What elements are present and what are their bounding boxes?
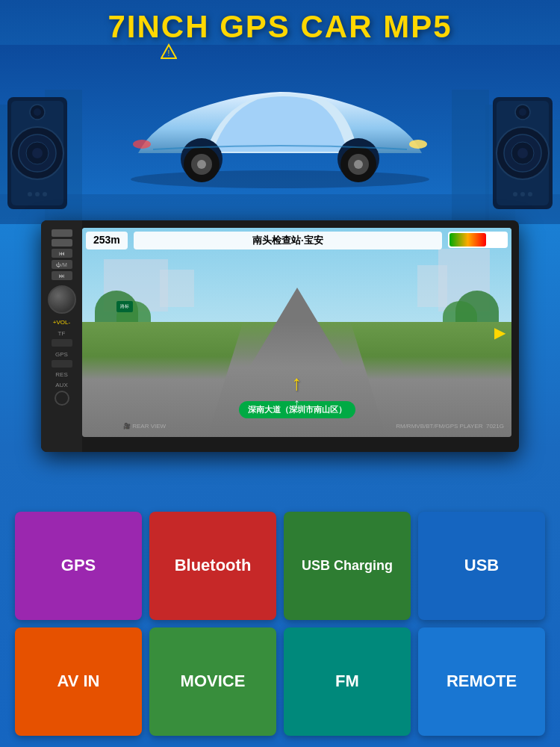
- svg-point-10: [131, 170, 429, 188]
- svg-point-26: [32, 148, 43, 158]
- svg-point-30: [28, 192, 32, 196]
- features-section: GPS Bluetooth USB Charging USB AV IN MOV…: [0, 500, 560, 747]
- feature-tile-usb[interactable]: USB: [418, 512, 545, 620]
- nav-top-bar: 253m 南头检查站·宝安: [86, 232, 508, 249]
- feature-tile-bluetooth[interactable]: Bluetooth: [149, 512, 276, 620]
- feature-tile-fm[interactable]: FM: [284, 627, 411, 736]
- nav-arrow-2: ↑: [293, 396, 300, 412]
- res-label: RES: [55, 371, 67, 378]
- svg-point-31: [43, 192, 47, 196]
- specs-text: RM/RMVB/BT/FM/GPS PLAYER 7021G: [396, 423, 504, 430]
- device-screen: ↑ ↑ 路标 253m 南头检查站·宝安 深南大道（深圳市南山区）: [82, 228, 511, 437]
- nav-road-name: 南头检查站·宝安: [134, 232, 442, 249]
- tf-slot: [52, 339, 72, 347]
- feature-tile-gps[interactable]: GPS: [15, 512, 142, 620]
- feature-tile-movice[interactable]: MOVICE: [149, 627, 276, 736]
- nav-bottom-info: 🎥 REAR VIEW RM/RMVB/BT/FM/GPS PLAYER 702…: [123, 423, 504, 430]
- power-mode-button[interactable]: ⏻/M: [52, 260, 72, 269]
- aux-label: AUX: [55, 382, 67, 388]
- svg-rect-7: [0, 194, 560, 224]
- road-sign-left: 路标: [116, 301, 133, 312]
- svg-point-20: [133, 140, 151, 149]
- speaker-right: [489, 97, 556, 209]
- gps-ctrl-label: GPS: [55, 351, 68, 358]
- nav-right-arrow-button[interactable]: ▶: [494, 323, 505, 341]
- page-title: 7INCH GPS CAR MP5: [0, 9, 560, 45]
- car-stereo-device: ⏮ ⏻/M ⏭ +VOL- TF GPS RES AUX: [41, 220, 519, 452]
- features-grid: GPS Bluetooth USB Charging USB AV IN MOV…: [15, 512, 545, 736]
- svg-point-37: [517, 148, 528, 158]
- svg-point-41: [513, 192, 517, 196]
- svg-point-29: [35, 192, 40, 196]
- speaker-left: [4, 97, 71, 209]
- svg-point-15: [197, 160, 206, 169]
- vol-label: +VOL-: [53, 319, 70, 326]
- control-button-2[interactable]: [52, 239, 72, 247]
- svg-point-19: [409, 140, 427, 149]
- next-button[interactable]: ⏭: [52, 271, 72, 280]
- gps-navigation-display: ↑ ↑ 路标 253m 南头检查站·宝安 深南大道（深圳市南山区）: [82, 228, 511, 437]
- nav-distance: 253m: [86, 232, 128, 249]
- car-image: [93, 49, 467, 198]
- rear-view-text: 🎥 REAR VIEW: [123, 423, 166, 430]
- feature-tile-remote[interactable]: REMOTE: [418, 627, 545, 736]
- nav-arrow: ↑: [292, 371, 302, 395]
- page-wrapper: 7INCH GPS CAR MP5 !: [0, 0, 560, 747]
- control-button-1[interactable]: [52, 229, 72, 237]
- svg-point-18: [354, 160, 363, 169]
- warning-icon: !: [161, 43, 177, 63]
- feature-tile-usb-charging[interactable]: USB Charging: [284, 512, 411, 620]
- prev-button[interactable]: ⏮: [52, 249, 72, 258]
- svg-point-42: [528, 192, 532, 196]
- svg-point-39: [519, 108, 526, 116]
- feature-tile-av-in[interactable]: AV IN: [15, 627, 142, 736]
- aux-port: [55, 391, 69, 406]
- svg-text:!: !: [168, 49, 170, 58]
- svg-point-40: [520, 192, 525, 196]
- gps-ctrl-button[interactable]: [52, 360, 72, 368]
- svg-point-28: [34, 108, 41, 116]
- volume-knob[interactable]: [48, 285, 76, 314]
- left-control-panel: ⏮ ⏻/M ⏭ +VOL- TF GPS RES AUX: [41, 220, 82, 452]
- tf-label: TF: [58, 330, 66, 337]
- nav-progress-bar: [448, 232, 508, 248]
